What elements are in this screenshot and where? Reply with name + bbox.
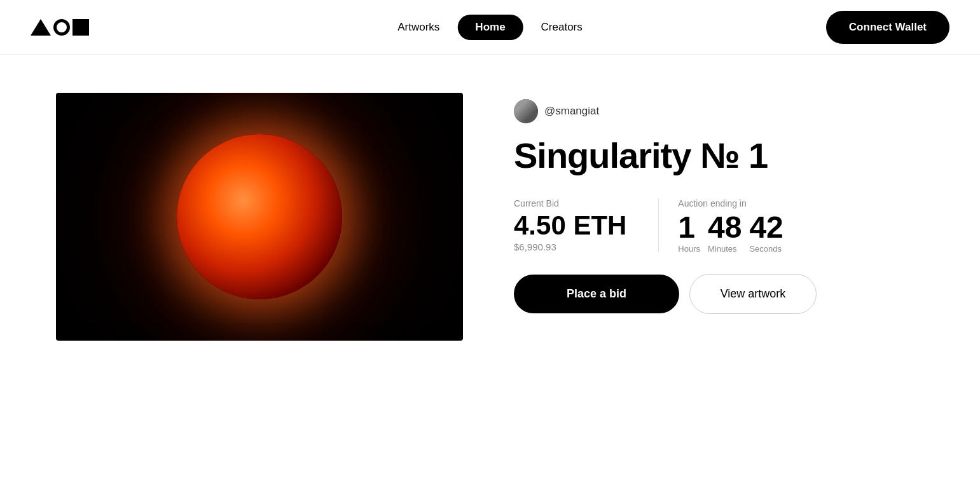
artwork-info: @smangiat Singularity № 1 Current Bid 4.… — [514, 93, 929, 314]
nav-home[interactable]: Home — [457, 15, 523, 40]
bid-usd-value: $6,990.93 — [514, 242, 639, 252]
seconds-value: 42 — [749, 212, 783, 243]
artwork-glow — [177, 134, 342, 299]
logo-square-icon — [72, 19, 89, 36]
nav-creators[interactable]: Creators — [523, 15, 600, 40]
bid-section: Current Bid 4.50 ETH $6,990.93 — [514, 198, 659, 252]
nav-artworks[interactable]: Artworks — [380, 15, 457, 40]
timer-section: Auction ending in 1 Hours 48 Minutes 42 … — [678, 198, 929, 254]
timer-values: 1 Hours 48 Minutes 42 Seconds — [678, 212, 929, 254]
auction-label: Auction ending in — [678, 198, 929, 208]
bid-timer-row: Current Bid 4.50 ETH $6,990.93 Auction e… — [514, 198, 929, 254]
creator-row: @smangiat — [514, 99, 929, 123]
logo-circle-icon — [53, 19, 70, 36]
main-content: @smangiat Singularity № 1 Current Bid 4.… — [0, 55, 980, 379]
minutes-value: 48 — [708, 212, 742, 243]
hours-label: Hours — [678, 244, 700, 254]
buttons-row: Place a bid View artwork — [514, 274, 929, 314]
connect-wallet-button[interactable]: Connect Wallet — [826, 11, 949, 44]
avatar — [514, 99, 538, 123]
minutes-unit: 48 Minutes — [708, 212, 742, 254]
place-bid-button[interactable]: Place a bid — [514, 275, 679, 313]
logo — [31, 19, 89, 36]
hours-value: 1 — [678, 212, 695, 243]
view-artwork-button[interactable]: View artwork — [689, 274, 817, 314]
creator-handle: @smangiat — [544, 105, 599, 118]
artwork-image — [56, 93, 463, 341]
artwork-title: Singularity № 1 — [514, 136, 929, 175]
seconds-unit: 42 Seconds — [749, 212, 783, 254]
bid-eth-value: 4.50 ETH — [514, 212, 639, 239]
bid-label: Current Bid — [514, 198, 639, 208]
hours-unit: 1 Hours — [678, 212, 700, 254]
header: Artworks Home Creators Connect Wallet — [0, 0, 980, 55]
avatar-image — [514, 99, 538, 123]
main-nav: Artworks Home Creators — [380, 15, 600, 40]
logo-triangle-icon — [31, 19, 51, 36]
minutes-label: Minutes — [708, 244, 737, 254]
seconds-label: Seconds — [749, 244, 782, 254]
